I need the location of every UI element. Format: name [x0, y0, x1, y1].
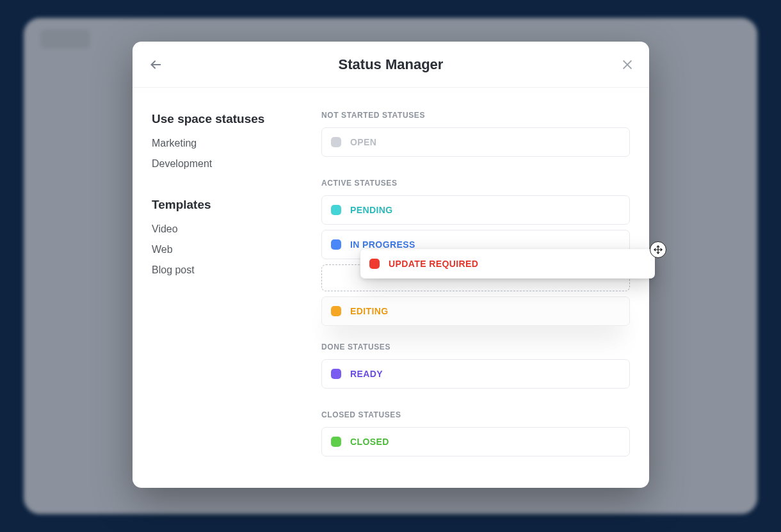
status-label: EDITING: [350, 306, 389, 316]
status-color-swatch: [331, 306, 341, 316]
status-label: UPDATE REQUIRED: [389, 259, 478, 269]
modal-body: Use space statuses Marketing Development…: [133, 88, 649, 488]
status-update-required-dragging[interactable]: UPDATE REQUIRED: [360, 249, 655, 278]
sidebar-item-blogpost[interactable]: Blog post: [152, 264, 302, 276]
status-label: READY: [350, 369, 383, 379]
status-label: CLOSED: [350, 437, 389, 447]
status-label: IN PROGRESS: [350, 239, 415, 250]
group-label-closed: CLOSED STATUSES: [321, 410, 630, 419]
sidebar: Use space statuses Marketing Development…: [133, 88, 318, 488]
status-color-swatch: [331, 369, 341, 379]
move-cursor-icon: [650, 241, 666, 258]
status-closed[interactable]: CLOSED: [321, 427, 630, 456]
status-manager-modal: Status Manager Use space statuses Market…: [133, 42, 649, 488]
group-label-not-started: NOT STARTED STATUSES: [321, 111, 630, 120]
status-ready[interactable]: READY: [321, 359, 630, 389]
status-groups: NOT STARTED STATUSES OPEN ACTIVE STATUSE…: [318, 88, 649, 488]
group-label-active: ACTIVE STATUSES: [321, 179, 630, 188]
status-editing[interactable]: EDITING: [321, 296, 630, 326]
sidebar-section-space-statuses: Use space statuses: [152, 112, 302, 126]
status-label: OPEN: [350, 137, 376, 147]
status-color-swatch: [331, 437, 341, 447]
sidebar-item-video[interactable]: Video: [152, 223, 302, 235]
sidebar-item-development[interactable]: Development: [152, 158, 302, 170]
status-color-swatch: [331, 205, 341, 215]
arrow-left-icon: [149, 58, 163, 72]
status-color-swatch: [331, 137, 341, 147]
back-button[interactable]: [147, 56, 165, 74]
sidebar-section-templates: Templates: [152, 198, 302, 212]
status-label: PENDING: [350, 205, 393, 215]
modal-header: Status Manager: [133, 42, 649, 88]
status-open[interactable]: OPEN: [321, 127, 630, 157]
sidebar-item-web[interactable]: Web: [152, 244, 302, 255]
group-label-done: DONE STATUSES: [321, 343, 630, 351]
status-color-swatch: [331, 239, 341, 250]
status-pending[interactable]: PENDING: [321, 195, 630, 225]
close-button[interactable]: [618, 56, 636, 74]
sidebar-item-marketing[interactable]: Marketing: [152, 138, 302, 149]
status-color-swatch: [369, 259, 380, 269]
modal-title: Status Manager: [133, 56, 649, 73]
close-icon: [621, 58, 634, 71]
